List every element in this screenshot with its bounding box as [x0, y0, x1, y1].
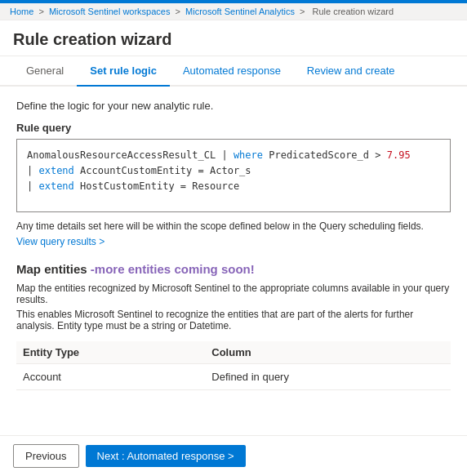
- map-entities-desc2: This enables Microsoft Sentinel to recog…: [16, 309, 451, 331]
- tab-general[interactable]: General: [13, 56, 77, 87]
- footer: Previous Next : Automated response >: [0, 435, 467, 476]
- breadcrumb-home[interactable]: Home: [10, 7, 33, 16]
- breadcrumb-current: Rule creation wizard: [312, 7, 394, 16]
- column-cell: Defined in query: [205, 364, 451, 390]
- col-entity-type: Entity Type: [16, 341, 205, 364]
- tabs-bar: General Set rule logic Automated respons…: [0, 56, 467, 87]
- tab-automated-response[interactable]: Automated response: [170, 56, 294, 87]
- next-button[interactable]: Next : Automated response >: [86, 445, 246, 467]
- query-note: Any time details set here will be within…: [16, 220, 451, 232]
- breadcrumb-workspaces[interactable]: Microsoft Sentinel workspaces: [49, 7, 171, 16]
- map-entities-label: Map entities: [16, 262, 87, 276]
- map-entities-title: Map entities -more entities coming soon!: [16, 262, 451, 276]
- breadcrumb-analytics[interactable]: Microsoft Sentinel Analytics: [185, 7, 295, 16]
- query-line-1: AnomalousResourceAccessResult_CL | where…: [27, 148, 440, 163]
- rule-query-label: Rule query: [16, 122, 451, 134]
- query-line-2: | extend AccountCustomEntity = Actor_s: [27, 163, 440, 179]
- query-box[interactable]: AnomalousResourceAccessResult_CL | where…: [16, 139, 451, 212]
- content-area: Define the logic for your new analytic r…: [0, 87, 467, 403]
- table-row: Account Defined in query: [16, 364, 451, 390]
- tab-review-create[interactable]: Review and create: [294, 56, 408, 87]
- coming-soon-label: -more entities coming soon!: [87, 262, 255, 276]
- query-line-3: | extend HostCustomEntity = Resource: [27, 179, 440, 194]
- entities-table: Entity Type Column Account Defined in qu…: [16, 341, 451, 390]
- col-column: Column: [205, 341, 451, 364]
- tab-set-rule-logic[interactable]: Set rule logic: [77, 56, 170, 87]
- map-entities-section: Map entities -more entities coming soon!…: [16, 262, 451, 390]
- view-query-results-link[interactable]: View query results >: [16, 236, 105, 247]
- previous-button[interactable]: Previous: [13, 444, 79, 468]
- entity-type-cell: Account: [16, 364, 205, 390]
- page-title: Rule creation wizard: [0, 20, 467, 56]
- section-description: Define the logic for your new analytic r…: [16, 100, 451, 112]
- breadcrumb: Home > Microsoft Sentinel workspaces > M…: [0, 3, 467, 20]
- map-entities-desc1: Map the entities recognized by Microsoft…: [16, 282, 451, 305]
